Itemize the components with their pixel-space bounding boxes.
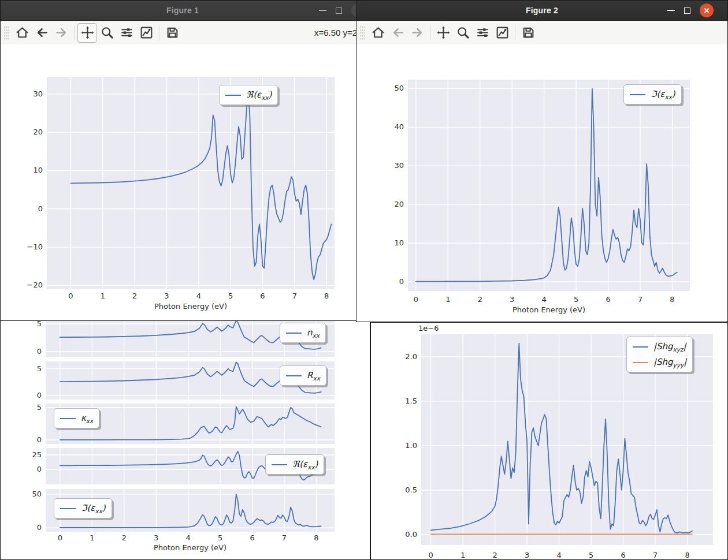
x-tick-label: 7 — [292, 292, 297, 300]
back-icon — [35, 25, 49, 40]
x-tick-label: 5 — [218, 533, 222, 542]
x-tick-label: 0 — [414, 295, 418, 304]
figure3-figure-svg: 050505025050012345678Photon Energy (eV) — [1, 317, 370, 559]
y-tick-label: 0 — [37, 391, 42, 400]
legend-entry: Rxx — [286, 368, 320, 383]
figure1-window[interactable]: Figure 1 ✕ x=6.50 y=26.6 −20−10010203001… — [0, 0, 365, 321]
legend-entry: ℑ(εxx) — [630, 87, 675, 102]
x-tick-label: 4 — [186, 533, 191, 542]
y-tick-label: 0.0 — [405, 530, 417, 539]
plot-legend: ℑ(εxx) — [54, 498, 112, 518]
x-tick-label: 0 — [68, 292, 73, 300]
configure-subplots-button[interactable] — [473, 23, 492, 43]
minimize-icon[interactable] — [667, 10, 675, 11]
forward-icon — [54, 25, 69, 40]
edit-parameters-icon — [139, 25, 154, 40]
forward-icon — [410, 25, 425, 40]
x-tick-label: 6 — [260, 292, 265, 300]
y-tick-label: 0 — [399, 277, 404, 286]
y-tick-label: 50 — [32, 490, 42, 498]
figure1-plot-canvas[interactable]: −20−100102030012345678Photon Energy (eV)… — [1, 44, 365, 320]
minimize-icon[interactable] — [319, 10, 326, 11]
home-icon — [15, 25, 29, 40]
legend-entry: |Shgxyz| — [633, 339, 686, 354]
legend-line-swatch — [60, 418, 76, 419]
y-tick-label: 30 — [33, 89, 43, 98]
x-tick-label: 2 — [492, 551, 497, 559]
plot-area — [408, 80, 690, 291]
edit-parameters-button[interactable] — [492, 23, 512, 43]
legend-entry: ℑ(εxx) — [60, 501, 106, 516]
x-tick-label: 7 — [638, 295, 642, 304]
y-tick-label: 40 — [394, 122, 404, 131]
plot-legend: |Shgxyz||Shgyyy| — [626, 337, 693, 372]
x-tick-label: 3 — [525, 551, 529, 559]
x-tick-label: 2 — [122, 533, 127, 542]
forward-button[interactable] — [51, 23, 71, 43]
y-tick-label: −10 — [27, 242, 43, 251]
zoom-button[interactable] — [453, 23, 473, 43]
legend-line-swatch — [286, 333, 302, 334]
plot-legend: ℑ(εxx) — [623, 84, 682, 104]
configure-subplots-button[interactable] — [117, 23, 136, 43]
y-tick-label: 20 — [33, 128, 43, 136]
y-tick-label: 10 — [394, 238, 404, 247]
y-tick-label: 20 — [394, 200, 404, 208]
figure1-figure-svg: −20−100102030012345678Photon Energy (eV) — [1, 44, 365, 322]
y-tick-label: 2.0 — [405, 352, 417, 361]
save-button[interactable] — [518, 23, 538, 43]
x-tick-label: 0 — [429, 551, 433, 559]
maximize-icon[interactable] — [336, 8, 342, 14]
edit-parameters-button[interactable] — [136, 23, 156, 43]
x-tick-label: 1 — [90, 533, 94, 542]
figure1-titlebar[interactable]: Figure 1 ✕ — [1, 1, 365, 21]
x-tick-label: 8 — [685, 551, 689, 559]
forward-button[interactable] — [407, 23, 427, 43]
legend-line-swatch — [630, 94, 645, 95]
y-tick-label: 5 — [37, 364, 42, 373]
x-tick-label: 7 — [653, 551, 658, 559]
back-button[interactable] — [32, 23, 51, 43]
toolbar-grip[interactable] — [360, 25, 365, 40]
zoom-button[interactable] — [97, 23, 117, 43]
save-button[interactable] — [162, 23, 182, 43]
x-tick-label: 8 — [324, 292, 329, 300]
back-button[interactable] — [388, 23, 407, 43]
y-tick-label: 0 — [37, 523, 42, 532]
x-tick-label: 6 — [606, 295, 610, 304]
save-icon — [165, 25, 180, 40]
figure3-plot-canvas[interactable]: 050505025050012345678Photon Energy (eV)n… — [1, 317, 370, 559]
figure4-plot-canvas[interactable]: 0.00.51.01.52.00123456781e−6|Shgxyz||Shg… — [371, 323, 727, 559]
legend-entry: ℜ(εxx) — [225, 88, 272, 102]
pan-button[interactable] — [433, 23, 453, 43]
x-tick-label: 2 — [132, 292, 137, 300]
axis-offset-text: 1e−6 — [418, 324, 439, 333]
pan-button[interactable] — [77, 23, 97, 43]
x-tick-label: 8 — [314, 533, 318, 542]
x-tick-label: 1 — [460, 551, 465, 559]
x-tick-label: 3 — [164, 292, 169, 300]
x-axis-label: Photon Energy (eV) — [512, 305, 585, 314]
plot-legend: Rxx — [280, 365, 326, 386]
y-tick-label: 10 — [33, 166, 43, 174]
home-button[interactable] — [12, 23, 32, 43]
x-tick-label: 5 — [228, 292, 233, 300]
legend-line-swatch — [225, 95, 241, 96]
y-tick-label: 50 — [394, 84, 404, 92]
close-icon[interactable]: ✕ — [700, 3, 714, 17]
figure2-plot-canvas[interactable]: 01020304050012345678Photon Energy (eV)ℑ(… — [356, 44, 727, 322]
window-title: Figure 2 — [526, 6, 558, 15]
figure2-window[interactable]: Figure 2 ✕ 01020304050012345678Photon En… — [356, 0, 728, 322]
legend-entry: ℜ(εxx) — [272, 457, 318, 472]
figure3-window[interactable]: 050505025050012345678Photon Energy (eV)n… — [0, 316, 370, 560]
toolbar-grip[interactable] — [4, 25, 9, 40]
home-button[interactable] — [368, 23, 388, 43]
maximize-icon[interactable] — [684, 8, 690, 14]
legend-label: ℜ(εxx) — [292, 459, 318, 471]
legend-label: |Shgxyz| — [653, 341, 686, 353]
figure4-window[interactable]: 0.00.51.01.52.00123456781e−6|Shgxyz||Shg… — [370, 322, 728, 560]
figure2-titlebar[interactable]: Figure 2 ✕ — [356, 1, 727, 21]
x-tick-label: 2 — [478, 295, 482, 304]
legend-entry: κxx — [60, 411, 93, 425]
y-tick-label: 25 — [32, 450, 42, 459]
